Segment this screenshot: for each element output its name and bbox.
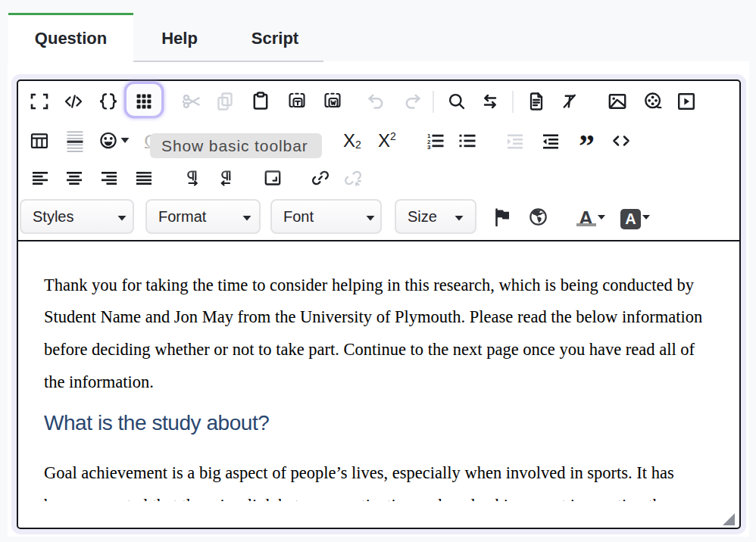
svg-text:3: 3 (427, 144, 431, 151)
